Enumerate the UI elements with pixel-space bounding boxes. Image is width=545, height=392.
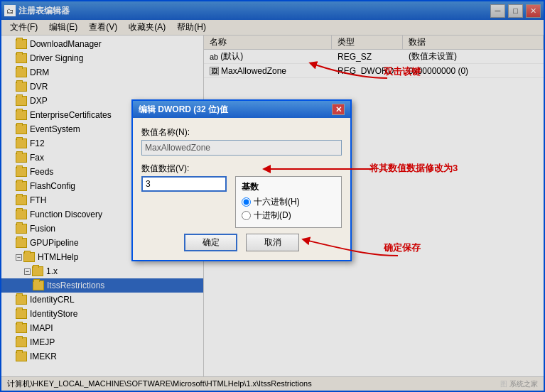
dialog-title-text: 编辑 DWORD (32 位)值 <box>139 104 228 116</box>
arrow-to-maxallowedzone <box>277 57 419 99</box>
arrow-to-data-input <box>234 156 384 185</box>
annotation-double-click: 双击该键 <box>384 65 421 78</box>
radio-hex-label: 十六进制(H) <box>254 196 300 208</box>
dialog-close-button[interactable]: ✕ <box>332 104 345 115</box>
name-label: 数值名称(N): <box>141 126 342 138</box>
dialog-title-bar: 编辑 DWORD (32 位)值 ✕ <box>133 101 350 118</box>
annotation-modify-value: 将其数值数据修改为3 <box>369 162 458 175</box>
name-input[interactable] <box>141 140 342 156</box>
ok-button[interactable]: 确定 <box>184 234 237 251</box>
annotation-confirm-save: 确定保存 <box>384 241 421 254</box>
radio-hex[interactable]: 十六进制(H) <box>242 196 335 208</box>
radio-dec-input[interactable] <box>242 211 251 220</box>
radio-hex-input[interactable] <box>242 197 251 207</box>
data-input[interactable] <box>141 176 227 192</box>
